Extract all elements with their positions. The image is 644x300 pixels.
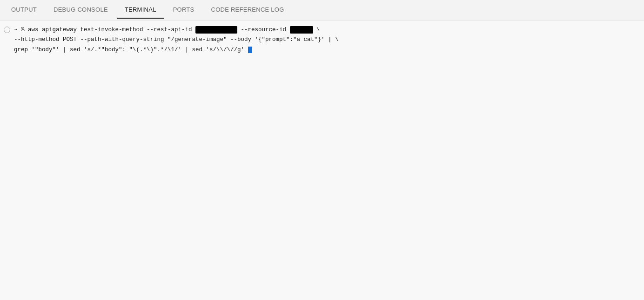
tab-bar: OUTPUT DEBUG CONSOLE TERMINAL PORTS CODE… [0,0,644,20]
command-prefix: ~ % aws apigateway test-invoke-method --… [14,27,195,33]
command-line-3-text: grep '"body"' | sed 's/.*"body": "\(.*\)… [14,47,248,53]
cursor-block [248,47,252,53]
prompt-indicator [4,27,10,33]
command-line-1: ~ % aws apigateway test-invoke-method --… [14,25,640,35]
redacted-rest-api-id [195,26,237,34]
terminal-line-1: ~ % aws apigateway test-invoke-method --… [0,25,644,55]
tab-code-reference-log[interactable]: CODE REFERENCE LOG [203,1,291,19]
command-line-2: --http-method POST --path-with-query-str… [14,35,640,45]
tab-debug-console[interactable]: DEBUG CONSOLE [46,1,115,19]
terminal-content: ~ % aws apigateway test-invoke-method --… [14,25,640,55]
terminal-container[interactable]: ~ % aws apigateway test-invoke-method --… [0,20,644,300]
tab-terminal[interactable]: TERMINAL [117,1,164,19]
tab-output[interactable]: OUTPUT [4,1,44,19]
tab-ports[interactable]: PORTS [166,1,202,19]
redacted-resource-id [290,26,313,34]
command-line-3: grep '"body"' | sed 's/.*"body": "\(.*\)… [14,45,640,55]
command-middle: --resource-id [237,27,290,33]
command-suffix: \ [313,27,320,33]
